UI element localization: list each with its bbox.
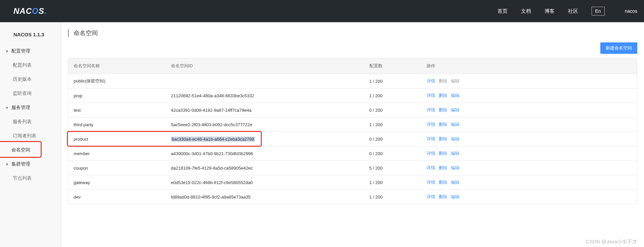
menu-group-cluster[interactable]: ▼ 集群管理 xyxy=(0,157,61,171)
action-edit[interactable]: 编辑 xyxy=(451,122,459,127)
language-switch[interactable]: En xyxy=(592,7,605,15)
menu-group-label: 配置管理 xyxy=(11,48,30,54)
action-delete[interactable]: 删除 xyxy=(439,107,447,112)
menu-item-subscriber-list[interactable]: 订阅者列表 xyxy=(0,129,61,143)
action-details[interactable]: 详情 xyxy=(427,136,435,141)
username-display[interactable]: nacos xyxy=(625,8,637,14)
caret-down-icon: ▼ xyxy=(5,106,9,110)
logo-letter: C xyxy=(26,6,32,16)
action-details[interactable]: 详情 xyxy=(427,122,435,127)
action-delete[interactable]: 删除 xyxy=(439,122,447,127)
menu-group-label: 服务管理 xyxy=(11,105,30,111)
action-delete[interactable]: 删除 xyxy=(439,136,447,141)
action-delete: 删除 xyxy=(439,78,447,83)
cell-operation: 详情删除编辑 xyxy=(421,103,637,117)
th-name: 命名空间名称 xyxy=(68,58,166,74)
cell-id: 42ca3391-0d08-4192-9a87-14ff7ca79e4a xyxy=(166,103,364,117)
nav-blog[interactable]: 博客 xyxy=(545,8,555,14)
cell-name: third-party xyxy=(68,117,166,132)
cell-id: a439000c-3d01-47b0-9b21-730dfd3b2996 xyxy=(166,146,364,161)
menu-item-listen[interactable]: 监听查询 xyxy=(0,86,61,101)
cell-id: 21120692-51e4-480a-a348-6633be3c5332 xyxy=(166,89,364,103)
cell-name: coupon xyxy=(68,161,166,175)
cell-id: e0d53e15-022c-466b-812f-c9e580552da0 xyxy=(166,175,364,190)
cell-operation: 详情删除编辑 xyxy=(421,190,637,204)
create-namespace-button[interactable]: 新建命名空间 xyxy=(600,42,637,54)
table-row: couponda218109-7fe5-4129-8a5d-ca58905e42… xyxy=(68,161,637,175)
cell-count: 0 / 200 xyxy=(364,132,421,146)
action-delete[interactable]: 删除 xyxy=(439,151,447,156)
table-row: test42ca3391-0d08-4192-9a87-14ff7ca79e4a… xyxy=(68,103,637,117)
table-row: membera439000c-3d01-47b0-9b21-730dfd3b29… xyxy=(68,146,637,161)
th-id: 命名空间ID xyxy=(166,58,364,74)
cell-count: 5 / 200 xyxy=(364,161,421,175)
caret-down-icon: ▼ xyxy=(5,49,9,53)
namespace-table: 命名空间名称 命名空间ID 配置数 操作 public(保留空间)1 / 200… xyxy=(68,58,637,204)
action-edit[interactable]: 编辑 xyxy=(451,107,459,112)
cell-name: product xyxy=(68,132,166,146)
title-bar-icon xyxy=(68,29,69,37)
nav-docs[interactable]: 文档 xyxy=(521,8,531,14)
table-row: product6ac330a4-ec48-4a1b-a664-c2eba3ca2… xyxy=(68,132,637,146)
nav-home[interactable]: 首页 xyxy=(497,8,508,14)
action-edit: 编辑 xyxy=(451,78,459,83)
action-edit[interactable]: 编辑 xyxy=(451,151,459,156)
action-delete[interactable]: 删除 xyxy=(439,180,447,185)
table-row: public(保留空间)1 / 200详情删除编辑 xyxy=(68,74,637,89)
cell-operation: 详情删除编辑 xyxy=(421,74,637,89)
action-edit[interactable]: 编辑 xyxy=(451,180,459,185)
cell-operation: 详情删除编辑 xyxy=(421,89,637,103)
action-edit[interactable]: 编辑 xyxy=(451,93,459,98)
menu-item-node-list[interactable]: 节点列表 xyxy=(0,171,61,185)
action-bar: 新建命名空间 xyxy=(61,39,644,58)
cell-count: 1 / 200 xyxy=(364,89,421,103)
action-edit[interactable]: 编辑 xyxy=(451,165,459,170)
action-details[interactable]: 详情 xyxy=(427,78,435,83)
action-delete[interactable]: 删除 xyxy=(439,93,447,98)
cell-operation: 详情删除编辑 xyxy=(421,175,637,190)
action-details[interactable]: 详情 xyxy=(427,180,435,185)
menu-item-namespace[interactable]: 命名空间 xyxy=(0,143,61,157)
action-details[interactable]: 详情 xyxy=(427,151,435,156)
cell-id: 5ac5eee2-2f03-4803-b092-dcc5c377722e xyxy=(166,117,364,132)
page-header: 命名空间 xyxy=(61,22,644,39)
cell-name: gateway xyxy=(68,175,166,190)
action-delete[interactable]: 删除 xyxy=(439,194,447,199)
cell-name: member xyxy=(68,146,166,161)
action-details[interactable]: 详情 xyxy=(427,165,435,170)
menu-group-service[interactable]: ▼ 服务管理 xyxy=(0,101,61,115)
logo-letter: O xyxy=(32,6,39,16)
menu-item-config-list[interactable]: 配置列表 xyxy=(0,58,61,72)
action-details[interactable]: 详情 xyxy=(427,194,435,199)
cell-id: 6ac330a4-ec48-4a1b-a664-c2eba3ca2798 xyxy=(166,132,364,146)
menu-group-config[interactable]: ▼ 配置管理 xyxy=(0,44,61,58)
cell-id: fd89ad0d-8810-4f95-9cf2-a9a85e73aa35 xyxy=(166,190,364,204)
table-row: prop21120692-51e4-480a-a348-6633be3c5332… xyxy=(68,89,637,103)
logo-letter: S xyxy=(39,6,44,16)
cell-name: public(保留空间) xyxy=(68,74,166,89)
cell-operation: 详情删除编辑 xyxy=(421,161,637,175)
logo[interactable]: NACOS. xyxy=(13,6,47,16)
table-row: gatewaye0d53e15-022c-466b-812f-c9e580552… xyxy=(68,175,637,190)
cell-name: prop xyxy=(68,89,166,103)
action-edit[interactable]: 编辑 xyxy=(451,136,459,141)
cell-id: da218109-7fe5-4129-8a5d-ca58905e42ec xyxy=(166,161,364,175)
th-count: 配置数 xyxy=(364,58,421,74)
cell-operation: 详情删除编辑 xyxy=(421,146,637,161)
action-details[interactable]: 详情 xyxy=(427,107,435,112)
top-header: NACOS. 首页 文档 博客 社区 En nacos xyxy=(0,0,644,22)
sidebar: NACOS 1.1.3 ▼ 配置管理 配置列表 历史版本 监听查询 ▼ 服务管理… xyxy=(0,22,61,247)
nav-community[interactable]: 社区 xyxy=(568,8,578,14)
action-edit[interactable]: 编辑 xyxy=(451,194,459,199)
logo-letter: A xyxy=(19,6,26,16)
sidebar-title: NACOS 1.1.3 xyxy=(0,28,61,44)
action-delete[interactable]: 删除 xyxy=(439,165,447,170)
logo-letter: N xyxy=(13,6,19,16)
menu-item-history[interactable]: 历史版本 xyxy=(0,72,61,86)
action-details[interactable]: 详情 xyxy=(427,93,435,98)
cell-count: 1 / 200 xyxy=(364,190,421,204)
cell-name: dev xyxy=(68,190,166,204)
cell-operation: 详情删除编辑 xyxy=(421,132,637,146)
menu-item-service-list[interactable]: 服务列表 xyxy=(0,115,61,129)
table-row: third-party5ac5eee2-2f03-4803-b092-dcc5c… xyxy=(68,117,637,132)
